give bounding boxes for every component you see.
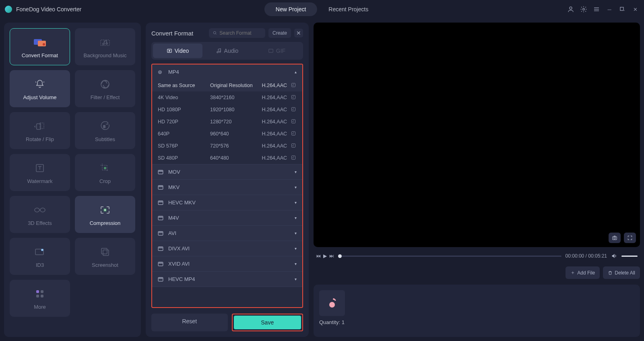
format-group-hevc-mp4[interactable]: HEVC MP4▾ <box>152 272 302 287</box>
volume-slider[interactable] <box>621 256 638 257</box>
format-option[interactable]: 4K Video3840*2160H.264,AAC <box>152 91 302 104</box>
edit-icon[interactable] <box>291 83 297 88</box>
chevron-down-icon: ▾ <box>295 200 297 205</box>
film-icon <box>158 170 165 175</box>
search-input[interactable] <box>209 28 265 38</box>
chevron-down-icon: ▾ <box>295 170 297 174</box>
play-button[interactable]: ▶ <box>323 253 327 259</box>
format-panel: Convert Format Create ✕ Video Audio GIF <box>146 23 309 337</box>
format-group-mov[interactable]: MOV▾ <box>152 164 302 179</box>
tool-adjust-volume[interactable]: Adjust Volume <box>10 70 70 107</box>
tool-rotate-flip[interactable]: Rotate / Flip <box>10 112 70 149</box>
grid-icon <box>33 287 47 301</box>
format-option[interactable]: HD 720P1280*720H.264,AAC <box>152 116 302 128</box>
maximize-button[interactable] <box>618 5 626 13</box>
glasses-icon <box>33 203 47 217</box>
panel-title: Convert Format <box>151 30 206 37</box>
tab-video[interactable]: Video <box>153 44 202 58</box>
trash-icon <box>608 270 613 275</box>
rotate-icon <box>33 119 47 133</box>
gear-icon[interactable] <box>580 5 588 13</box>
format-group-xvid-avi[interactable]: XVID AVI▾ <box>152 256 302 271</box>
format-option[interactable]: 640P960*640H.264,AAC <box>152 128 302 140</box>
snapshot-button[interactable] <box>609 233 621 243</box>
film-icon <box>158 185 165 190</box>
tool-screenshot[interactable]: Screenshot <box>75 238 135 275</box>
chevron-down-icon: ▾ <box>295 246 297 251</box>
tool-label: Subtitles <box>95 136 115 142</box>
aperture-icon <box>98 77 112 91</box>
edit-icon[interactable] <box>291 107 297 112</box>
close-panel-button[interactable]: ✕ <box>294 29 303 37</box>
video-preview <box>314 23 640 247</box>
format-group-m4v[interactable]: M4V▾ <box>152 210 302 225</box>
music-note-icon <box>326 297 338 309</box>
create-button[interactable]: Create <box>268 28 291 38</box>
minimize-button[interactable]: ─ <box>605 5 613 13</box>
queue-quantity: Quantity: 1 <box>319 319 345 325</box>
progress-bar[interactable] <box>338 256 561 257</box>
tool-label: 3D Effects <box>28 220 52 226</box>
queue-item[interactable]: Quantity: 1 <box>319 290 345 331</box>
format-option[interactable]: HD 1080P1920*1080H.264,AAC <box>152 104 302 116</box>
close-button[interactable]: ✕ <box>631 5 639 13</box>
svg-rect-39 <box>292 132 295 135</box>
format-option[interactable]: SD 480P640*480H.264,AAC <box>152 152 302 164</box>
tool-subtitles[interactable]: S Subtitles <box>75 112 135 149</box>
tool-crop[interactable]: Crop <box>75 154 135 191</box>
format-group-mp4[interactable]: ⊛ MP4 ▴ <box>152 64 302 79</box>
svg-rect-38 <box>292 120 295 123</box>
next-button[interactable]: ⏭ <box>329 253 334 259</box>
svg-rect-36 <box>292 96 295 99</box>
svg-rect-25 <box>36 290 39 293</box>
svg-point-33 <box>219 51 221 52</box>
tab-recent-projects[interactable]: Recent Projects <box>317 2 380 16</box>
svg-rect-40 <box>292 144 295 148</box>
svg-text:S: S <box>103 125 105 129</box>
tool-more[interactable]: More <box>10 280 70 317</box>
save-button[interactable]: Save <box>234 316 301 329</box>
fullscreen-button[interactable] <box>624 233 636 243</box>
user-icon[interactable] <box>567 5 575 13</box>
add-file-button[interactable]: ＋Add File <box>566 266 600 279</box>
svg-rect-28 <box>41 295 43 297</box>
tool-convert-format[interactable]: Convert Format <box>10 28 70 65</box>
edit-icon[interactable] <box>291 131 297 137</box>
tool-label: Crop <box>99 178 111 184</box>
edit-icon[interactable] <box>291 119 297 125</box>
film-icon <box>158 216 165 220</box>
tool-filter-effect[interactable]: Filter / Effect <box>75 70 135 107</box>
edit-icon[interactable] <box>291 155 297 161</box>
format-group-divx-avi[interactable]: DIVX AVI▾ <box>152 241 302 256</box>
delete-all-button[interactable]: Delete All <box>603 266 640 279</box>
svg-rect-27 <box>36 295 39 297</box>
music-icon <box>98 35 112 49</box>
edit-icon[interactable] <box>291 95 297 100</box>
tool-id3[interactable]: ID3 <box>10 238 70 275</box>
edit-icon[interactable] <box>291 143 297 149</box>
tool-sidebar: Convert Format Background Music Adjust V… <box>4 23 141 337</box>
format-group-mkv[interactable]: MKV▾ <box>152 180 302 195</box>
tab-audio[interactable]: Audio <box>202 44 252 58</box>
layers-icon <box>98 245 112 259</box>
format-group-hevc-mkv[interactable]: HEVC MKV▾ <box>152 195 302 210</box>
tool-3d-effects[interactable]: 3D Effects <box>10 196 70 233</box>
tool-background-music[interactable]: Background Music <box>75 28 135 65</box>
format-option[interactable]: SD 576P720*576H.264,AAC <box>152 140 302 152</box>
tool-watermark[interactable]: Watermark <box>10 154 70 191</box>
format-option[interactable]: Same as SourceOriginal ResolutionH.264,A… <box>152 79 302 91</box>
tab-new-project[interactable]: New Project <box>264 2 317 16</box>
chevron-down-icon: ▾ <box>295 262 297 266</box>
svg-point-1 <box>583 8 585 10</box>
menu-icon[interactable] <box>592 5 601 13</box>
volume-icon[interactable] <box>611 253 617 259</box>
prev-button[interactable]: ⏮ <box>316 253 321 259</box>
format-group-avi[interactable]: AVI▾ <box>152 226 302 241</box>
tool-compression[interactable]: Compression <box>75 196 135 233</box>
plus-icon: ＋ <box>570 269 575 276</box>
tab-gif[interactable]: GIF <box>252 44 301 58</box>
svg-point-83 <box>614 237 616 239</box>
chevron-down-icon: ▾ <box>295 231 297 235</box>
chevron-up-icon: ▴ <box>295 70 297 74</box>
reset-button[interactable]: Reset <box>151 314 228 331</box>
